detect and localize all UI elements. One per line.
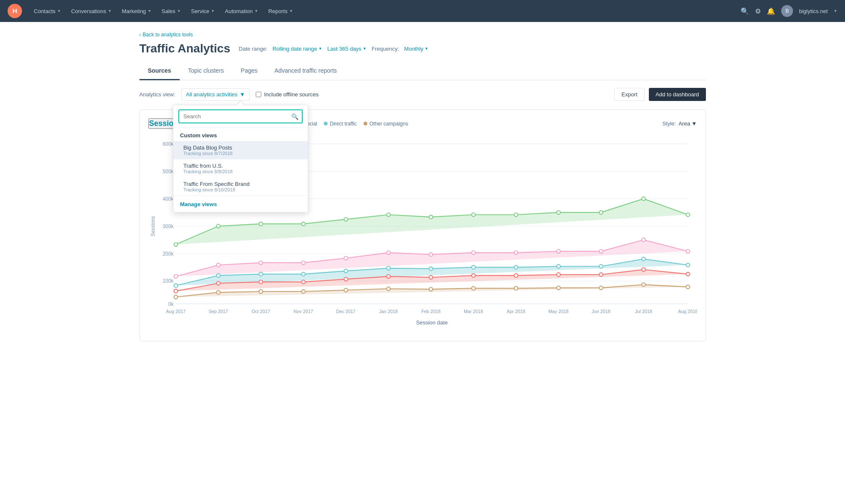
manage-views-link[interactable]: Manage views (180, 201, 217, 207)
dropdown-footer: Manage views (173, 196, 308, 212)
legend-dot-direct (324, 122, 328, 125)
back-chevron-icon: ‹ (139, 32, 141, 38)
back-link[interactable]: ‹ Back to analytics tools (139, 32, 193, 38)
svg-point-48 (259, 272, 263, 276)
nav-item-service[interactable]: Service ▼ (187, 5, 219, 17)
svg-point-79 (386, 287, 390, 291)
tab-pages[interactable]: Pages (232, 62, 266, 80)
tab-advanced[interactable]: Advanced traffic reports (266, 62, 345, 80)
dropdown-search-input[interactable] (178, 109, 303, 123)
legend-other-campaigns: Other campaigns (364, 121, 408, 127)
chart-style-btn[interactable]: Area ▼ (678, 120, 697, 127)
svg-text:200k: 200k (162, 251, 173, 257)
dropdown-item-sub-1: Tracking since 8/9/2018 (183, 169, 301, 174)
svg-text:Sep 2017: Sep 2017 (208, 309, 228, 314)
svg-point-35 (301, 261, 305, 265)
svg-point-34 (259, 261, 263, 265)
svg-point-69 (556, 273, 560, 277)
svg-point-81 (471, 286, 475, 290)
nav-item-automation[interactable]: Automation ▼ (221, 5, 263, 17)
svg-point-30 (686, 213, 690, 217)
export-button[interactable]: Export (614, 88, 645, 101)
svg-point-58 (686, 263, 690, 267)
svg-point-66 (429, 275, 433, 279)
svg-point-62 (259, 280, 263, 284)
svg-point-22 (344, 218, 347, 221)
svg-point-86 (686, 285, 690, 289)
domain-chevron-icon: ▼ (834, 9, 837, 13)
dropdown-caret-arrow (237, 101, 244, 105)
svg-text:Apr 2018: Apr 2018 (506, 309, 525, 314)
svg-point-23 (386, 213, 390, 217)
offline-sources-checkbox-label[interactable]: Include offline sources (256, 91, 319, 98)
svg-point-52 (429, 267, 433, 271)
tab-topic-clusters[interactable]: Topic clusters (180, 62, 232, 80)
svg-point-68 (514, 274, 518, 278)
svg-point-80 (429, 287, 433, 291)
dropdown-item-0[interactable]: Big Data Blog Posts Tracking since 8/7/2… (173, 141, 308, 159)
svg-point-29 (642, 197, 645, 201)
svg-point-50 (344, 269, 347, 273)
nav-item-marketing[interactable]: Marketing ▼ (118, 5, 156, 17)
dropdown-item-2[interactable]: Traffic From Specific Brand Tracking sin… (173, 177, 308, 196)
rolling-range-btn[interactable]: Rolling date range ▼ (273, 46, 322, 52)
analytics-view-caret-icon: ▼ (240, 91, 245, 98)
svg-point-25 (471, 213, 475, 217)
toolbar-right: Export Add to dashboard (614, 88, 706, 101)
analytics-view-btn[interactable]: All analytics activities ▼ (181, 88, 250, 101)
search-icon[interactable]: 🔍 (741, 7, 749, 15)
offline-sources-checkbox[interactable] (256, 92, 261, 97)
analytics-view-dropdown-anchor: All analytics activities ▼ 🔍 Custom view… (181, 88, 250, 101)
svg-point-21 (301, 222, 305, 226)
avatar[interactable]: B (781, 5, 793, 17)
nav-item-sales[interactable]: Sales ▼ (157, 5, 185, 17)
svg-text:Dec 2017: Dec 2017 (336, 309, 356, 314)
svg-point-67 (471, 274, 475, 278)
svg-text:300k: 300k (162, 223, 173, 229)
svg-point-76 (259, 290, 263, 294)
svg-point-70 (599, 273, 603, 277)
frequency-btn[interactable]: Monthly ▼ (404, 46, 428, 52)
svg-text:Oct 2017: Oct 2017 (252, 309, 270, 314)
svg-point-85 (642, 283, 645, 286)
svg-point-32 (174, 275, 178, 278)
svg-point-28 (599, 211, 603, 215)
svg-point-83 (556, 286, 560, 290)
svg-text:Aug 2017: Aug 2017 (166, 309, 185, 314)
svg-point-40 (514, 251, 518, 255)
svg-text:600k: 600k (162, 141, 173, 147)
dropdown-item-sub-0: Tracking since 8/7/2018 (183, 151, 301, 156)
notifications-icon[interactable]: 🔔 (767, 7, 775, 15)
settings-icon[interactable]: ⚙ (755, 7, 761, 15)
date-range-value-btn[interactable]: Last 365 days ▼ (327, 46, 366, 52)
svg-text:500k: 500k (162, 169, 173, 174)
legend-direct-traffic: Direct traffic (324, 121, 357, 127)
tab-sources[interactable]: Sources (139, 62, 180, 80)
svg-point-56 (599, 264, 603, 268)
svg-text:Session date: Session date (416, 319, 448, 326)
svg-point-39 (471, 251, 475, 255)
svg-text:H: H (12, 7, 17, 14)
svg-text:Feb 2018: Feb 2018 (421, 309, 440, 314)
svg-point-64 (344, 277, 347, 281)
svg-point-46 (174, 284, 178, 288)
page-title-row: Traffic Analytics Date range: Rolling da… (139, 42, 706, 55)
nav-item-reports[interactable]: Reports ▼ (264, 5, 297, 17)
svg-point-55 (556, 264, 560, 268)
dropdown-item-1[interactable]: Traffic from U.S. Tracking since 8/9/201… (173, 159, 308, 177)
domain-label[interactable]: biglytics.net (799, 8, 828, 14)
add-to-dashboard-button[interactable]: Add to dashboard (649, 88, 706, 101)
svg-point-78 (344, 288, 347, 292)
svg-text:400k: 400k (162, 196, 173, 202)
svg-text:Jan 2018: Jan 2018 (379, 309, 397, 314)
svg-point-53 (471, 265, 475, 269)
svg-point-43 (642, 238, 645, 242)
date-range-label: Date range: (239, 46, 268, 52)
svg-point-24 (429, 215, 433, 219)
nav-item-contacts[interactable]: Contacts ▼ (30, 5, 65, 17)
svg-point-37 (386, 251, 390, 255)
svg-text:May 2018: May 2018 (548, 309, 568, 314)
nav-item-conversations[interactable]: Conversations ▼ (67, 5, 116, 17)
frequency-label: Frequency: (372, 46, 399, 52)
svg-point-42 (599, 249, 603, 253)
